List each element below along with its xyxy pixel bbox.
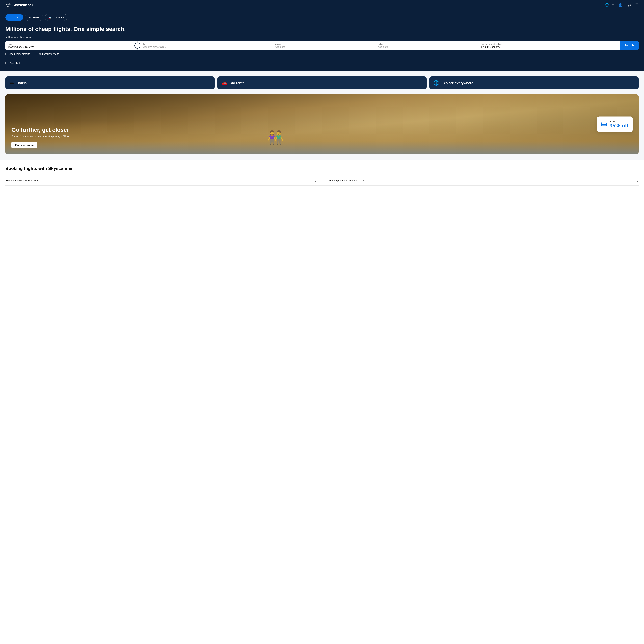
user-button[interactable]: 👤 bbox=[618, 3, 622, 7]
globe-icon: 🌐 bbox=[605, 3, 609, 7]
hero-section: ✈ Flights 🛏 Hotels 🚗 Car rental Millions… bbox=[0, 10, 644, 71]
promo-section: 👫 Go further, get closer Sneak off for a… bbox=[0, 94, 644, 160]
chevron-down-icon: ∨ bbox=[314, 179, 317, 182]
skyscanner-logo bbox=[5, 2, 11, 8]
tab-flights[interactable]: ✈ Flights bbox=[5, 14, 23, 21]
direct-flights-checkbox[interactable] bbox=[5, 62, 8, 64]
hamburger-icon: ☰ bbox=[635, 3, 639, 7]
nearby-from-checkbox[interactable] bbox=[5, 53, 8, 55]
nearby-from-option[interactable]: Add nearby airports bbox=[5, 53, 30, 55]
from-label: From bbox=[8, 43, 135, 45]
nearby-to-option[interactable]: Add nearby airports bbox=[35, 53, 59, 55]
flights-icon: ✈ bbox=[9, 16, 11, 19]
depart-value: Add date bbox=[275, 45, 372, 48]
hotels-icon: 🛏 bbox=[29, 16, 31, 19]
depart-label: Depart bbox=[275, 43, 372, 45]
chevron-down-icon: ∨ bbox=[636, 179, 639, 182]
return-label: Return bbox=[378, 43, 475, 45]
travelers-field[interactable]: Travelers and cabin class 1 Adult, Econo… bbox=[478, 41, 620, 50]
badge-text: up to 35% off bbox=[609, 120, 629, 129]
tab-hotels[interactable]: 🛏 Hotels bbox=[25, 14, 43, 21]
car-icon: 🚗 bbox=[48, 16, 51, 19]
swap-button[interactable]: ⇄ bbox=[134, 43, 140, 49]
heart-icon: ♡ bbox=[612, 3, 615, 7]
badge-icon: 🛏 bbox=[601, 121, 607, 128]
promo-title: Go further, get closer bbox=[11, 127, 633, 133]
multi-city-link[interactable]: ↻ Create a multi-city route bbox=[5, 36, 639, 38]
promo-cta-button[interactable]: Find your room bbox=[11, 142, 37, 148]
search-bar: From Washington, D.C. (Any) ⇄ To Country… bbox=[5, 41, 639, 50]
quick-card-hotels[interactable]: 🛏 Hotels bbox=[5, 76, 215, 89]
svg-line-4 bbox=[7, 3, 7, 4]
favorites-button[interactable]: ♡ bbox=[612, 3, 615, 7]
travelers-label: Travelers and cabin class bbox=[481, 43, 617, 45]
login-button[interactable]: Log in bbox=[625, 4, 632, 7]
travelers-value: 1 Adult, Economy bbox=[481, 45, 617, 48]
promo-badge: 🛏 up to 35% off bbox=[597, 116, 633, 132]
quick-card-car-rental[interactable]: 🚗 Car rental bbox=[217, 76, 427, 89]
search-options: Add nearby airports Add nearby airports … bbox=[5, 53, 639, 64]
faq-item-0[interactable]: How does Skyscanner work? ∨ bbox=[5, 176, 322, 186]
globe-button[interactable]: 🌐 bbox=[605, 3, 609, 7]
navbar: Skyscanner 🌐 ♡ 👤 Log in ☰ bbox=[0, 0, 644, 10]
promo-banner: 👫 Go further, get closer Sneak off for a… bbox=[5, 94, 639, 154]
direct-flights-option[interactable]: Direct flights bbox=[5, 62, 639, 64]
tab-car-rental[interactable]: 🚗 Car rental bbox=[45, 14, 67, 21]
navbar-actions: 🌐 ♡ 👤 Log in ☰ bbox=[605, 3, 639, 7]
faq-section: Booking flights with Skyscanner How does… bbox=[0, 160, 644, 190]
to-placeholder: Country, city or airp... bbox=[143, 45, 270, 48]
return-field[interactable]: Return Add date bbox=[375, 41, 478, 50]
faq-item-1[interactable]: Does Skyscanner do hotels too? ∨ bbox=[322, 176, 639, 186]
promo-subtitle: Sneak off for a romantic hotel stay with… bbox=[11, 135, 633, 138]
badge-small-text: up to bbox=[609, 120, 629, 122]
svg-line-5 bbox=[6, 4, 7, 5]
from-field[interactable]: From Washington, D.C. (Any) ⇄ bbox=[5, 41, 138, 50]
route-icon: ↻ bbox=[5, 36, 7, 38]
depart-field[interactable]: Depart Add date bbox=[272, 41, 375, 50]
promo-content: Go further, get closer Sneak off for a r… bbox=[5, 121, 639, 154]
to-label: To bbox=[143, 43, 270, 45]
nearby-to-checkbox[interactable] bbox=[35, 53, 37, 55]
hero-title: Millions of cheap flights. One simple se… bbox=[5, 25, 639, 32]
user-icon: 👤 bbox=[618, 3, 622, 7]
explore-quick-icon: 🌐 bbox=[433, 80, 439, 86]
quick-card-explore[interactable]: 🌐 Explore everywhere bbox=[429, 76, 639, 89]
car-quick-icon: 🚗 bbox=[221, 80, 227, 86]
faq-title: Booking flights with Skyscanner bbox=[5, 166, 639, 171]
to-field[interactable]: To Country, city or airp... bbox=[138, 41, 272, 50]
search-button[interactable]: Search bbox=[620, 41, 639, 50]
quick-cards-section: 🛏 Hotels 🚗 Car rental 🌐 Explore everywhe… bbox=[0, 71, 644, 94]
faq-grid: How does Skyscanner work? ∨ Does Skyscan… bbox=[5, 176, 639, 186]
from-value: Washington, D.C. (Any) bbox=[8, 45, 135, 48]
return-value: Add date bbox=[378, 45, 475, 48]
hotels-quick-icon: 🛏 bbox=[9, 80, 14, 86]
svg-line-2 bbox=[9, 3, 9, 4]
svg-line-3 bbox=[10, 4, 10, 5]
badge-large-text: 35% off bbox=[609, 122, 629, 129]
menu-button[interactable]: ☰ bbox=[635, 3, 639, 7]
brand-name: Skyscanner bbox=[12, 3, 33, 7]
swap-icon: ⇄ bbox=[136, 44, 138, 47]
tab-bar: ✈ Flights 🛏 Hotels 🚗 Car rental bbox=[5, 14, 639, 21]
navbar-brand: Skyscanner bbox=[5, 2, 33, 8]
